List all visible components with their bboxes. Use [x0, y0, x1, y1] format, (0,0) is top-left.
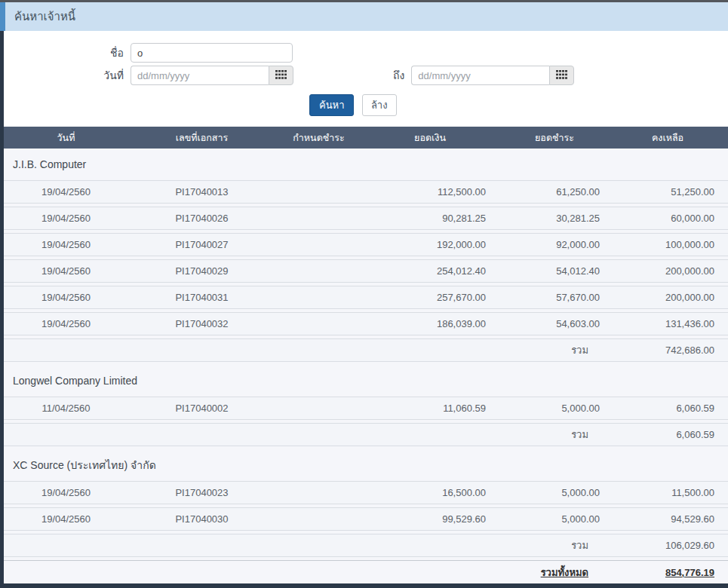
group-total-label: รวม	[498, 427, 611, 443]
remaining-cell: 11,500.00	[611, 487, 724, 498]
column-header-amount: ยอดเงิน	[362, 130, 498, 145]
grand-total-value: 854,776.19	[611, 567, 724, 578]
paid-cell: 5,000.00	[498, 487, 611, 498]
date-from-input[interactable]	[131, 66, 269, 85]
date-to-input[interactable]	[411, 66, 549, 85]
remaining-cell: 100,000.00	[611, 239, 724, 250]
column-header-doc-no: เลขที่เอกสาร	[128, 130, 275, 145]
date-from-calendar-button[interactable]	[269, 66, 293, 85]
column-header-date: วันที่	[4, 130, 128, 145]
date-cell: 11/04/2560	[4, 403, 128, 414]
table-row: 19/04/2560PI17040032186,039.0054,603.001…	[4, 312, 728, 335]
date-cell: 19/04/2560	[4, 487, 128, 498]
table-groups: J.I.B. Computer19/04/2560PI17040013112,5…	[4, 149, 728, 557]
paid-cell: 54,603.00	[498, 318, 611, 329]
table-row: 19/04/2560PI1704003099,529.605,000.0094,…	[4, 507, 728, 531]
form-buttons-row: ค้นหา ล้าง	[4, 94, 728, 116]
paid-cell: 30,281.25	[498, 213, 611, 224]
company-group-header: J.I.B. Computer	[4, 149, 728, 180]
calendar-icon	[556, 70, 567, 81]
doc-no-cell: PI17040032	[128, 318, 275, 329]
creditor-group: Longwel Company Limited11/04/2560PI17040…	[4, 365, 728, 446]
window-top-edge	[0, 0, 728, 2]
doc-no-cell: PI17040029	[128, 265, 275, 277]
group-total-label: รวม	[498, 537, 611, 553]
amount-cell: 192,000.00	[362, 239, 498, 250]
doc-no-cell: PI17040027	[128, 239, 275, 250]
group-total-row: รวม742,686.00	[4, 338, 728, 362]
date-cell: 19/04/2560	[4, 292, 128, 303]
column-header-due-date: กำหนดชำระ	[275, 130, 362, 145]
table-header-row: วันที่ เลขที่เอกสาร กำหนดชำระ ยอดเงิน ยอ…	[4, 127, 728, 149]
group-total-value: 6,060.59	[611, 429, 724, 440]
paid-cell: 57,670.00	[498, 292, 611, 303]
name-form-row: ชื่อ	[4, 43, 728, 63]
table-row: 19/04/2560PI1704002316,500.005,000.0011,…	[4, 481, 728, 504]
creditors-table: วันที่ เลขที่เอกสาร กำหนดชำระ ยอดเงิน ยอ…	[4, 127, 728, 585]
table-row: 11/04/2560PI1704000211,060.595,000.006,0…	[4, 397, 728, 420]
date-from-label: วันที่	[4, 67, 131, 84]
date-cell: 19/04/2560	[4, 186, 128, 198]
amount-cell: 99,529.60	[362, 513, 498, 525]
page-header-bar: ค้นหาเจ้าหนี้	[0, 2, 728, 31]
creditor-group: XC Source (ประเทศไทย) จำกัด19/04/2560PI1…	[4, 449, 728, 557]
name-input[interactable]	[131, 43, 293, 63]
column-header-remaining: คงเหลือ	[611, 130, 724, 145]
date-cell: 19/04/2560	[4, 239, 128, 250]
search-form: ชื่อ วันที่ ถึง	[0, 31, 728, 127]
calendar-icon	[275, 70, 287, 81]
remaining-cell: 51,250.00	[611, 186, 724, 198]
date-form-row: วันที่ ถึง	[4, 66, 728, 85]
date-cell: 19/04/2560	[4, 265, 128, 277]
paid-cell: 5,000.00	[498, 513, 611, 525]
remaining-cell: 60,000.00	[611, 213, 724, 224]
company-group-header: XC Source (ประเทศไทย) จำกัด	[4, 449, 728, 481]
paid-cell: 5,000.00	[498, 403, 611, 414]
amount-cell: 16,500.00	[362, 487, 498, 498]
creditor-group: J.I.B. Computer19/04/2560PI17040013112,5…	[4, 149, 728, 362]
window-bottom-edge	[0, 583, 728, 588]
doc-no-cell: PI17040031	[128, 292, 275, 303]
group-total-value: 742,686.00	[611, 345, 724, 356]
grand-total-label: รวมทั้งหมด	[498, 565, 611, 580]
doc-no-cell: PI17040002	[128, 403, 275, 414]
date-cell: 19/04/2560	[4, 213, 128, 224]
group-total-value: 106,029.60	[611, 540, 724, 551]
remaining-cell: 6,060.59	[611, 403, 724, 414]
table-row: 19/04/2560PI17040027192,000.0092,000.001…	[4, 233, 728, 256]
clear-button[interactable]: ล้าง	[362, 94, 397, 116]
grand-total-row: รวมทั้งหมด 854,776.19	[4, 560, 728, 583]
date-to-calendar-button[interactable]	[549, 66, 574, 85]
name-label: ชื่อ	[4, 44, 131, 61]
amount-cell: 257,670.00	[362, 292, 498, 303]
table-row: 19/04/2560PI17040013112,500.0061,250.005…	[4, 180, 728, 204]
remaining-cell: 200,000.00	[611, 265, 724, 277]
column-header-paid: ยอดชำระ	[498, 130, 611, 145]
search-button[interactable]: ค้นหา	[309, 94, 354, 116]
group-total-label: รวม	[498, 342, 611, 358]
paid-cell: 61,250.00	[498, 186, 611, 198]
remaining-cell: 94,529.60	[611, 513, 724, 525]
amount-cell: 186,039.00	[362, 318, 498, 329]
amount-cell: 254,012.40	[362, 265, 498, 277]
paid-cell: 92,000.00	[498, 239, 611, 250]
amount-cell: 90,281.25	[362, 213, 498, 224]
remaining-cell: 200,000.00	[611, 292, 724, 303]
doc-no-cell: PI17040023	[128, 487, 275, 498]
doc-no-cell: PI17040030	[128, 513, 275, 525]
table-row: 19/04/2560PI1704002690,281.2530,281.2560…	[4, 207, 728, 230]
amount-cell: 11,060.59	[362, 403, 498, 414]
doc-no-cell: PI17040026	[128, 213, 275, 224]
date-to-group	[411, 66, 574, 85]
date-to-label: ถึง	[393, 67, 411, 84]
date-cell: 19/04/2560	[4, 318, 128, 329]
paid-cell: 54,012.40	[498, 265, 611, 277]
doc-no-cell: PI17040013	[128, 186, 275, 198]
table-row: 19/04/2560PI17040031257,670.0057,670.002…	[4, 286, 728, 309]
date-cell: 19/04/2560	[4, 513, 128, 525]
company-group-header: Longwel Company Limited	[4, 365, 728, 397]
window-left-edge	[0, 31, 4, 588]
table-body: J.I.B. Computer19/04/2560PI17040013112,5…	[4, 149, 728, 585]
group-total-row: รวม6,060.59	[4, 423, 728, 446]
page-title: ค้นหาเจ้าหนี้	[14, 8, 75, 26]
